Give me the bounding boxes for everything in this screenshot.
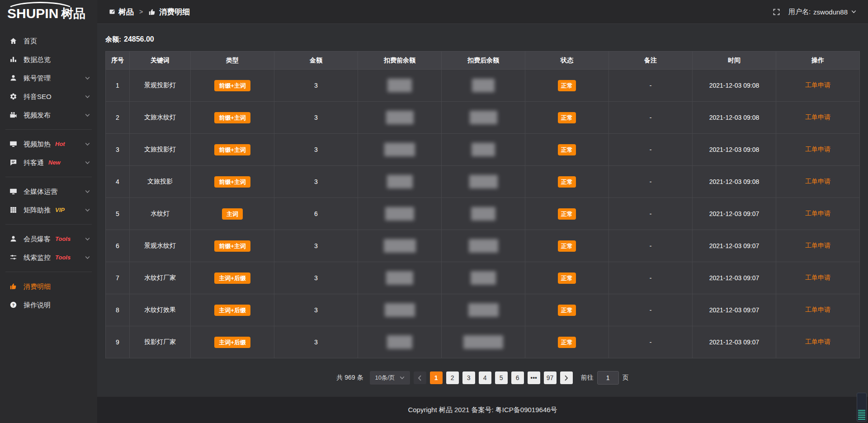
type-badge: 前缀+主词 [214, 112, 250, 123]
user-menu[interactable]: 用户名: zswodun88 [788, 8, 856, 16]
app-window: SHUPIN 树品 首页数据总览账号管理抖音SEO视频发布视频加热Hot抖客通N… [0, 0, 868, 423]
cell-time: 2021-12-03 09:08 [693, 166, 776, 198]
cell-balance-after [442, 166, 525, 198]
user-icon [9, 74, 18, 82]
page-button-5[interactable]: 5 [495, 371, 508, 384]
cell-keyword: 景观投影灯 [130, 70, 191, 102]
chevron-down-icon [400, 376, 405, 380]
topbar-right: 用户名: zswodun88 [773, 8, 856, 16]
cell-balance-after [442, 198, 525, 230]
work-order-link[interactable]: 工单申请 [805, 210, 830, 217]
cell-action: 工单申请 [776, 134, 860, 166]
work-order-link[interactable]: 工单申请 [805, 306, 830, 313]
page-button-2[interactable]: 2 [446, 371, 459, 384]
bar-chart-icon [9, 55, 18, 64]
sidebar-item-clue-monitor[interactable]: 线索监控Tools [0, 248, 97, 267]
cell-type: 前缀+主词 [191, 70, 274, 102]
cell-type: 主词+后缀 [191, 262, 274, 294]
cell-status: 正常 [525, 166, 609, 198]
blurred-value [469, 175, 498, 188]
blurred-value [471, 271, 496, 285]
sidebar-item-label: 首页 [24, 38, 37, 44]
sidebar-item-douketong[interactable]: 抖客通New [0, 153, 97, 172]
sidebar-item-consumption-detail[interactable]: 消费明细 [0, 277, 97, 296]
cell-balance-before [358, 102, 442, 134]
goto-page-input[interactable] [597, 371, 619, 385]
next-page-button[interactable] [560, 371, 573, 384]
sidebar-item-douyin-seo[interactable]: 抖音SEO [0, 87, 97, 106]
blurred-value [471, 207, 495, 221]
blurred-value [386, 271, 413, 285]
fullscreen-icon[interactable] [773, 8, 780, 16]
sidebar-item-matrix-boost[interactable]: 矩阵助推VIP [0, 201, 97, 219]
table-row: 1景观投影灯前缀+主词3正常-2021-12-03 09:08工单申请 [106, 70, 860, 102]
goto-suffix: 页 [623, 374, 629, 382]
work-order-link[interactable]: 工单申请 [805, 242, 830, 249]
cell-balance-before [358, 230, 442, 262]
cell-remark: - [609, 294, 693, 326]
cell-balance-after [442, 262, 525, 294]
sliders-icon [9, 253, 18, 262]
prev-page-button[interactable] [414, 371, 426, 384]
sidebar-item-data-overview[interactable]: 数据总览 [0, 50, 97, 69]
total-count: 共 969 条 [336, 374, 363, 382]
breadcrumb-item[interactable]: 消费明细 [148, 7, 190, 17]
table-row: 7水纹灯厂家主词+后缀3正常-2021-12-03 09:07工单申请 [106, 262, 860, 294]
sidebar-item-label: 线索监控 [24, 254, 51, 261]
work-order-link[interactable]: 工单申请 [805, 274, 830, 281]
cell-amount: 3 [274, 134, 358, 166]
sidebar-item-home[interactable]: 首页 [0, 32, 97, 50]
cell-action: 工单申请 [776, 198, 860, 230]
status-badge: 正常 [558, 273, 576, 284]
sidebar-item-label: 数据总览 [24, 56, 51, 63]
page-size-select[interactable]: 10条/页 [370, 371, 410, 385]
chevron-down-icon [85, 142, 90, 146]
page-button-6[interactable]: 6 [511, 371, 524, 384]
work-order-link[interactable]: 工单申请 [805, 146, 830, 153]
blurred-value [386, 111, 414, 124]
goto-label: 前往 [581, 374, 594, 382]
page-button-4[interactable]: 4 [479, 371, 491, 384]
page-button-97[interactable]: 97 [544, 371, 557, 384]
cell-seq: 6 [106, 230, 130, 262]
blurred-value [463, 335, 503, 349]
menu-divider [5, 177, 92, 177]
work-order-link[interactable]: 工单申请 [805, 338, 830, 345]
status-badge: 正常 [558, 240, 576, 252]
sidebar-item-label: 视频加热 [24, 141, 51, 147]
cell-seq: 9 [106, 326, 130, 358]
column-header: 金额 [274, 52, 358, 70]
sidebar-item-all-media-operation[interactable]: 全媒体运营 [0, 182, 97, 201]
cell-balance-before [358, 294, 442, 326]
cell-keyword: 文旅水纹灯 [130, 102, 191, 134]
sidebar-item-video-heating[interactable]: 视频加热Hot [0, 135, 97, 153]
work-order-link[interactable]: 工单申请 [805, 113, 830, 121]
chevron-down-icon [85, 256, 90, 259]
svg-text:?: ? [12, 303, 14, 307]
work-order-link[interactable]: 工单申请 [805, 81, 830, 89]
type-badge: 前缀+主词 [214, 80, 250, 91]
page-button-1[interactable]: 1 [430, 371, 443, 384]
panel-icon [109, 9, 115, 15]
sidebar-item-member-burst[interactable]: 会员爆客Tools [0, 230, 97, 248]
wallet-icon [9, 282, 18, 291]
breadcrumb-item[interactable]: 树品 [109, 7, 134, 17]
blurred-value [472, 79, 495, 92]
display-icon [9, 187, 18, 196]
cell-type: 前缀+主词 [191, 166, 274, 198]
ellipsis-page-button[interactable]: ••• [528, 371, 540, 384]
sidebar-item-video-publish[interactable]: 视频发布 [0, 106, 97, 124]
work-order-link[interactable]: 工单申请 [805, 178, 830, 185]
cell-amount: 3 [274, 326, 358, 358]
cell-remark: - [609, 198, 693, 230]
copyright-text: Copyright 树品 2021 备案号: 粤ICP备09019646号 [408, 406, 557, 414]
page-button-3[interactable]: 3 [462, 371, 475, 384]
sidebar-item-operation-guide[interactable]: ?操作说明 [0, 296, 97, 314]
grid-icon [9, 206, 18, 214]
column-header: 备注 [609, 52, 693, 70]
cell-seq: 5 [106, 198, 130, 230]
cell-action: 工单申请 [776, 262, 860, 294]
sidebar-item-account-management[interactable]: 账号管理 [0, 69, 97, 87]
status-badge: 正常 [558, 305, 576, 316]
blurred-value [470, 111, 497, 124]
